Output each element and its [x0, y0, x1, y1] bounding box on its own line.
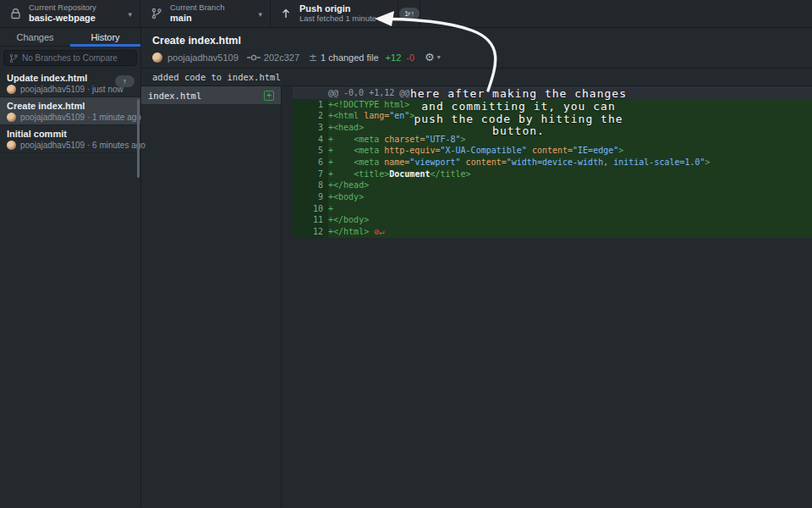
addition-marker: + [328, 204, 333, 213]
file-diff-icon: ± [309, 52, 317, 64]
old-line-number [293, 110, 310, 122]
push-label: Push origin [299, 3, 392, 14]
diff-line: 9+<body> [293, 191, 812, 203]
diff-code: +</head> [328, 179, 812, 191]
commit-sha: 202c327 [264, 52, 299, 63]
commit-byline: poojajadhav5109 · just now [20, 85, 123, 94]
diff-view: @@ -0,0 +1,12 @@ 1+<!DOCTYPE html>2+<htm… [282, 86, 812, 507]
avatar [152, 52, 162, 63]
github-desktop-window: Current Repository basic-webpage ▾ Curre… [0, 0, 812, 508]
unpushed-commit-badge: ↑ [115, 75, 134, 87]
diff-line: 1+<!DOCTYPE html> [293, 99, 812, 111]
file-row-index-html[interactable]: index.html + [141, 86, 281, 104]
new-line-number: 7 [310, 168, 328, 180]
avatar [7, 113, 16, 122]
current-branch-button[interactable]: Current Branch main ▾ [140, 0, 271, 27]
deletions-count: -0 [406, 52, 414, 63]
branch-compare-filter[interactable] [3, 50, 137, 66]
branch-compare-input[interactable] [22, 53, 131, 63]
history-sidebar: ChangesHistory Update index.htmlpoojajad… [0, 28, 141, 507]
push-origin-button[interactable]: Push origin Last fetched 1 minute ago 1 … [271, 0, 420, 27]
diff-line: 12+</html> ⊘↵ [293, 226, 812, 238]
chevron-down-icon: ▾ [128, 10, 132, 19]
lock-icon [8, 8, 22, 19]
commit-detail-panel: Create index.html poojajadhav5109 202c32… [141, 28, 812, 507]
old-line-number [293, 99, 310, 111]
diff-code: + [328, 203, 812, 215]
commit-author: poojajadhav5109 [167, 52, 239, 63]
new-line-number: 3 [310, 122, 328, 134]
branch-name: main [170, 13, 224, 24]
avatar [7, 141, 16, 150]
changed-files-count: 1 changed file [321, 52, 379, 63]
diff-line: 4+ <meta charset="UTF-8"> [293, 134, 812, 146]
new-line-number: 2 [310, 110, 328, 122]
new-line-number: 9 [310, 191, 328, 203]
diff-lines: 1+<!DOCTYPE html>2+<html lang="en">3+<he… [293, 99, 812, 238]
commit-item[interactable]: Initial commitpoojajadhav5109 · 6 minute… [0, 125, 140, 153]
commit-item[interactable]: Create index.htmlpoojajadhav5109 · 1 min… [0, 97, 140, 125]
commit-byline: poojajadhav5109 · 1 minute ago [20, 113, 141, 122]
branch-label: Current Branch [170, 3, 224, 13]
tab-history[interactable]: History [70, 28, 140, 46]
push-sublabel: Last fetched 1 minute ago [299, 14, 392, 24]
tab-label: Changes [16, 32, 53, 42]
diff-code: +<!DOCTYPE html> [328, 99, 812, 111]
changed-files-list: index.html + [141, 86, 282, 507]
old-line-number [293, 134, 310, 146]
diff-line: 8+</head> [293, 179, 812, 191]
old-line-number [293, 191, 310, 203]
branch-icon [9, 53, 18, 64]
diff-line: 3+<head> [293, 122, 812, 134]
old-line-number [293, 179, 310, 191]
diff-line: 6+ <meta name="viewport" content="width=… [293, 157, 812, 168]
chevron-down-icon: ▾ [258, 10, 262, 19]
chevron-down-icon[interactable]: ▾ [437, 53, 441, 61]
diff-line: 5+ <meta http-equiv="X-UA-Compatible" co… [293, 145, 812, 157]
old-line-number [293, 157, 310, 168]
new-line-number: 6 [310, 157, 328, 168]
diff-code: +<html lang="en"> [328, 110, 812, 122]
diff-code: +</body> [328, 214, 812, 226]
additions-count: +12 [386, 52, 402, 63]
commit-detail-header: Create index.html poojajadhav5109 202c32… [141, 28, 812, 69]
diff-code: + <title>Document</title> [328, 168, 812, 180]
commit-title: Initial commit [7, 129, 134, 139]
sidebar-scrollbar[interactable] [137, 99, 140, 178]
diff-code: +</html> ⊘↵ [328, 226, 812, 238]
commit-icon [247, 54, 261, 61]
diff-line: 2+<html lang="en"> [293, 110, 812, 122]
gear-icon[interactable]: ⚙ [425, 51, 435, 64]
tab-changes[interactable]: Changes [0, 28, 70, 46]
file-added-icon: + [264, 91, 274, 101]
new-line-number: 4 [310, 134, 328, 146]
new-line-number: 5 [310, 145, 328, 157]
commit-item[interactable]: Update index.htmlpoojajadhav5109 · just … [0, 69, 140, 97]
commit-list: Update index.htmlpoojajadhav5109 · just … [0, 69, 140, 153]
diff-code: +<body> [328, 191, 812, 203]
toolbar: Current Repository basic-webpage ▾ Curre… [0, 0, 812, 28]
diff-line: 7+ <title>Document</title> [293, 168, 812, 180]
old-line-number [293, 168, 310, 180]
diff-code: + <meta http-equiv="X-UA-Compatible" con… [328, 145, 812, 157]
tab-label: History [91, 32, 119, 42]
diff-line: 11+</body> [293, 214, 812, 226]
current-repository-button[interactable]: Current Repository basic-webpage ▾ [0, 0, 140, 27]
commit-title: Create index.html [152, 35, 802, 47]
commit-byline: poojajadhav5109 · 6 minutes ago [20, 141, 145, 150]
diff-code: + <meta name="viewport" content="width=d… [328, 157, 812, 168]
new-line-number: 11 [310, 214, 328, 226]
changes-history-tabs: ChangesHistory [0, 28, 140, 47]
hunk-header-text: @@ -0,0 +1,12 @@ [328, 88, 409, 97]
hunk-header: @@ -0,0 +1,12 @@ [293, 86, 812, 99]
new-line-number: 1 [310, 99, 328, 111]
old-line-number [293, 122, 310, 134]
new-line-number: 12 [310, 226, 328, 238]
diff-code: +<head> [328, 122, 812, 134]
branch-icon [150, 8, 163, 19]
push-options-dropdown[interactable]: ▾ [398, 0, 420, 27]
diff-line: 10+ [293, 203, 812, 215]
old-line-number [293, 214, 310, 226]
old-line-number [293, 203, 310, 215]
repo-label: Current Repository [29, 3, 96, 13]
